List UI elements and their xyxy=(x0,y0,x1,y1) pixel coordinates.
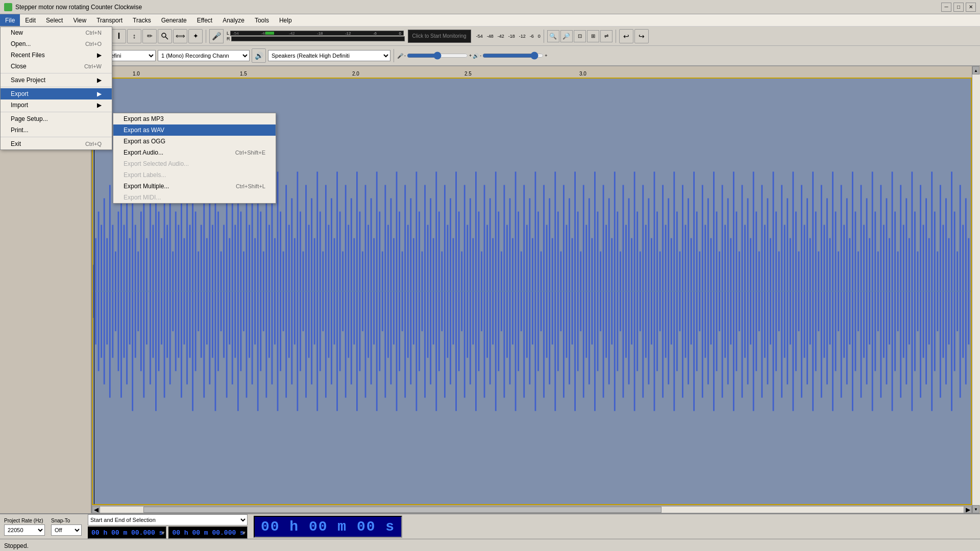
toolbars: ⏸ ▶ ⏹ ⏮ ⏭ ⏺ I ↕ ✏ ⟺ ✦ 🎤 L -54 -48 xyxy=(0,27,980,66)
input-meter-button[interactable]: 🎤 xyxy=(209,29,224,43)
pencil-tool-button[interactable]: ✏ xyxy=(142,29,157,43)
redo-button[interactable]: ↪ xyxy=(634,29,649,43)
zoom-tool-button[interactable] xyxy=(158,29,172,43)
toolbar-row-2: ⏮ ⏺ 🎤 hone (Realtek High Defini 1 (Mono)… xyxy=(0,46,980,65)
maximize-button[interactable]: □ xyxy=(953,3,964,12)
menu-item-export-mp3[interactable]: Export as MP3 xyxy=(113,113,276,124)
zoom-selection-button[interactable]: ⊞ xyxy=(587,30,599,42)
menu-item-recent[interactable]: Recent Files ▶ xyxy=(1,49,112,61)
output-device-select[interactable]: Speakers (Realtek High Definiti xyxy=(268,50,390,61)
end-time-display[interactable]: 00 h 00 m 00.000 s xyxy=(168,527,247,539)
separator-1 xyxy=(1,73,112,73)
sep-gain xyxy=(394,49,394,62)
zoom-toggle-button[interactable]: ⇌ xyxy=(600,30,612,42)
menu-item-new[interactable]: New Ctrl+N xyxy=(1,27,112,38)
click-to-start-monitoring[interactable]: Click to Start Monitoring xyxy=(408,30,471,43)
status-bar: Stopped. xyxy=(0,539,980,551)
start-time-dropdown-btn[interactable]: ▼ xyxy=(161,530,166,536)
start-time-container: 00 h 00 m 00.000 s ▼ xyxy=(88,527,166,539)
selection-section: Start and End of Selection Start and Len… xyxy=(88,514,248,539)
timeline-mark-1-5: 1.5 xyxy=(240,71,247,77)
select-tool-button[interactable]: I xyxy=(112,29,126,43)
start-time-display[interactable]: 00 h 00 m 00.000 s xyxy=(88,527,166,539)
title-left: Stepper motor now rotating Counter Clock… xyxy=(4,3,142,11)
timeline-mark-1: 1.0 xyxy=(133,71,140,77)
snap-to-section: Snap-To Off On xyxy=(51,518,82,536)
menu-view[interactable]: View xyxy=(68,14,91,26)
right-meter-bar xyxy=(231,36,405,41)
svg-line-1 xyxy=(165,37,168,39)
menu-effect[interactable]: Effect xyxy=(192,14,217,26)
menu-item-export-multiple[interactable]: Export Multiple... Ctrl+Shift+L xyxy=(113,181,276,192)
undo-button[interactable]: ↩ xyxy=(619,29,633,43)
separator-3 xyxy=(1,112,112,112)
scroll-left-button[interactable]: ◀ xyxy=(92,506,100,513)
menu-file[interactable]: File xyxy=(0,14,20,26)
menu-analyze[interactable]: Analyze xyxy=(217,14,250,26)
snap-to-select[interactable]: Off On xyxy=(51,524,82,536)
menu-item-export-midi: Export MIDI... xyxy=(113,192,276,203)
multitool-button[interactable]: ✦ xyxy=(188,29,203,43)
menu-transport[interactable]: Transport xyxy=(91,14,128,26)
project-rate-section: Project Rate (Hz) 22050 44100 48000 xyxy=(4,518,45,536)
vol-min-label: - xyxy=(480,53,481,58)
scroll-up-button[interactable]: ▲ xyxy=(972,66,979,74)
scroll-down-button[interactable]: ▼ xyxy=(972,505,979,513)
menu-item-page-setup[interactable]: Page Setup... xyxy=(1,113,112,124)
menu-item-export-audio[interactable]: Export Audio... Ctrl+Shift+E xyxy=(113,147,276,158)
timeshift-tool-button[interactable]: ⟺ xyxy=(173,29,187,43)
vertical-scrollbar[interactable]: ▲ ▼ xyxy=(972,66,980,513)
output-gain-slider[interactable] xyxy=(482,52,544,59)
separator2 xyxy=(206,30,206,43)
menu-tools[interactable]: Tools xyxy=(250,14,274,26)
menu-item-close[interactable]: Close Ctrl+W xyxy=(1,61,112,72)
separator-2 xyxy=(1,87,112,87)
menu-item-exit[interactable]: Exit Ctrl+Q xyxy=(1,138,112,149)
gain-min-label: - xyxy=(404,53,406,58)
envelope-tool-button[interactable]: ↕ xyxy=(127,29,141,43)
zoom-out-button[interactable]: 🔎 xyxy=(560,30,573,42)
menu-tracks[interactable]: Tracks xyxy=(128,14,156,26)
scroll-track[interactable] xyxy=(100,506,964,513)
menu-item-export-labels: Export Labels... xyxy=(113,169,276,181)
selection-mode-dropdown[interactable]: Start and End of Selection Start and Len… xyxy=(88,514,248,525)
project-rate-select[interactable]: 22050 44100 48000 xyxy=(4,524,45,536)
bottom-toolbar: Project Rate (Hz) 22050 44100 48000 Snap… xyxy=(0,513,980,539)
menu-item-export[interactable]: Export ▶ xyxy=(1,88,112,99)
speaker-vol-icon: 🔊 xyxy=(473,53,479,59)
menu-item-export-ogg[interactable]: Export as OGG xyxy=(113,136,276,147)
menu-item-print[interactable]: Print... xyxy=(1,124,112,136)
end-time-container: 00 h 00 m 00.000 s ▼ xyxy=(168,527,247,539)
menu-generate[interactable]: Generate xyxy=(156,14,192,26)
scroll-right-button[interactable]: ▶ xyxy=(964,506,972,513)
close-button[interactable]: ✕ xyxy=(966,3,976,12)
recording-meter[interactable]: L -54 -48 -42 -18 -12 -6 0 R xyxy=(227,31,405,41)
scroll-thumb[interactable] xyxy=(143,507,662,513)
svg-point-0 xyxy=(162,33,166,37)
zoom-in-button[interactable]: 🔍 xyxy=(547,30,559,42)
main-time-display: 00 h 00 m 00 s xyxy=(254,516,402,538)
title-bar: Stepper motor now rotating Counter Clock… xyxy=(0,0,980,14)
menu-item-import[interactable]: Import ▶ xyxy=(1,99,112,111)
separator3 xyxy=(544,30,544,43)
output-gain-section: 🔊 - + xyxy=(473,52,547,59)
separator4 xyxy=(616,30,616,43)
speaker-icon: 🔊 xyxy=(252,48,266,63)
menu-item-export-wav[interactable]: Export as WAV xyxy=(113,124,276,136)
zoom-fit-button[interactable]: ⊡ xyxy=(574,30,586,42)
menu-item-export-selected: Export Selected Audio... xyxy=(113,158,276,169)
channel-select[interactable]: 1 (Mono) Recording Chann xyxy=(158,50,250,61)
input-gain-slider[interactable] xyxy=(407,52,468,59)
file-dropdown-menu: New Ctrl+N Open... Ctrl+O Recent Files ▶… xyxy=(0,27,112,150)
project-rate-label: Project Rate (Hz) xyxy=(4,518,45,523)
menu-help[interactable]: Help xyxy=(274,14,297,26)
menu-edit[interactable]: Edit xyxy=(20,14,41,26)
v-scroll-track[interactable] xyxy=(972,74,980,505)
separator-4 xyxy=(1,137,112,137)
minimize-button[interactable]: ─ xyxy=(941,3,951,12)
end-time-dropdown-btn[interactable]: ▼ xyxy=(241,530,247,536)
menu-item-open[interactable]: Open... Ctrl+O xyxy=(1,38,112,49)
menu-item-save-project[interactable]: Save Project ▶ xyxy=(1,74,112,86)
horizontal-scrollbar[interactable]: ◀ ▶ xyxy=(92,505,972,513)
menu-select[interactable]: Select xyxy=(41,14,68,26)
